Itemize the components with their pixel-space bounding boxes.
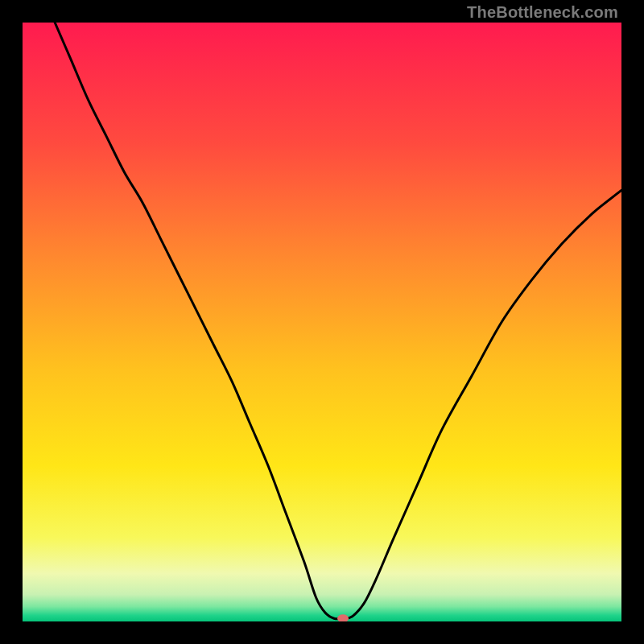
gradient-background (23, 23, 621, 621)
chart-svg (23, 23, 621, 621)
chart-frame: TheBottleneck.com (0, 0, 644, 644)
plot-area (23, 23, 621, 621)
watermark-text: TheBottleneck.com (467, 3, 618, 22)
